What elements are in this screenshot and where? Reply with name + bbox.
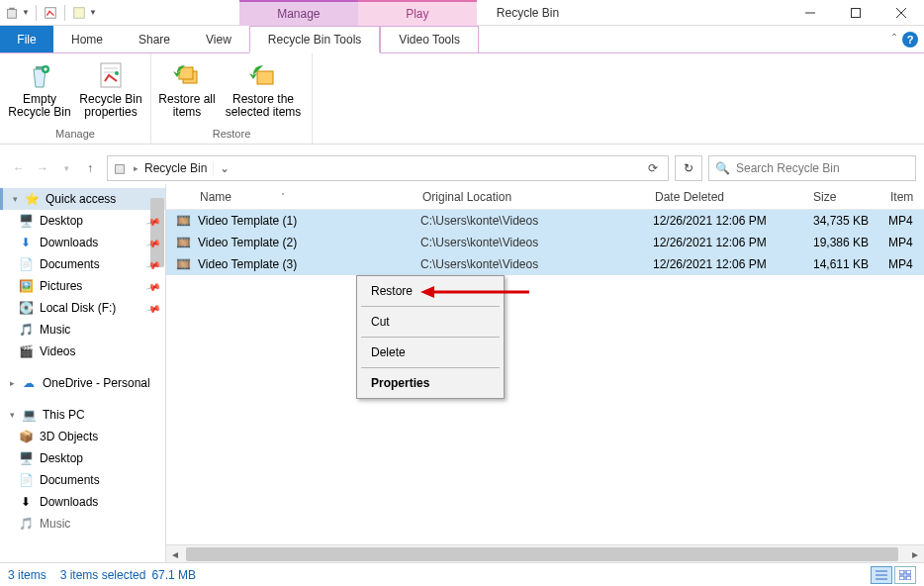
- sidebar-pc-documents[interactable]: 📄Documents: [0, 469, 165, 491]
- col-item-type[interactable]: Item: [884, 190, 924, 204]
- sidebar-label: Local Disk (F:): [40, 301, 116, 315]
- tab-home[interactable]: Home: [53, 26, 121, 52]
- context-cut[interactable]: Cut: [357, 309, 504, 335]
- context-tab-manage[interactable]: Manage: [239, 0, 358, 26]
- nav-recent-dropdown-icon[interactable]: ▾: [55, 157, 77, 179]
- tab-view[interactable]: View: [188, 26, 249, 52]
- address-dropdown-icon[interactable]: ⌄: [213, 161, 235, 175]
- restore-selected-button[interactable]: Restore the selected items: [221, 55, 306, 126]
- sidebar-scrollbar[interactable]: [150, 198, 164, 267]
- empty-recycle-bin-button[interactable]: Empty Recycle Bin: [6, 55, 73, 126]
- chevron-down-icon[interactable]: ▾: [10, 410, 15, 420]
- tab-video-tools[interactable]: Video Tools: [380, 26, 479, 52]
- sidebar-pc-desktop[interactable]: 🖥️Desktop: [0, 447, 165, 469]
- sidebar-music[interactable]: 🎵Music: [0, 319, 165, 341]
- file-row[interactable]: 🎞️ Video Template (2) C:\Users\konte\Vid…: [166, 232, 924, 253]
- chevron-right-icon[interactable]: ▸: [134, 163, 139, 173]
- horizontal-scrollbar[interactable]: ◂ ▸: [166, 544, 924, 562]
- sidebar-quick-access[interactable]: ▾ ⭐ Quick access: [0, 188, 165, 210]
- sidebar-local-disk[interactable]: 💽Local Disk (F:)📌: [0, 297, 165, 319]
- drive-icon: 💽: [18, 300, 34, 316]
- restore-all-button[interactable]: Restore all items: [157, 55, 217, 126]
- navigation-pane[interactable]: ▾ ⭐ Quick access 🖥️Desktop📌 ⬇Downloads📌 …: [0, 184, 166, 562]
- view-thumbnails-button[interactable]: [894, 566, 916, 584]
- menu-separator: [361, 306, 500, 307]
- menu-separator: [361, 367, 500, 368]
- restore-selected-icon: [247, 59, 279, 91]
- sidebar-3d-objects[interactable]: 📦3D Objects: [0, 426, 165, 447]
- file-type: MP4: [882, 257, 922, 271]
- scroll-right-icon[interactable]: ▸: [906, 547, 924, 561]
- chevron-right-icon[interactable]: ▸: [10, 378, 15, 388]
- tab-file[interactable]: File: [0, 26, 53, 52]
- svg-rect-23: [899, 570, 904, 574]
- tab-recycle-bin-tools[interactable]: Recycle Bin Tools: [249, 26, 381, 53]
- sidebar-label: Documents: [40, 473, 100, 487]
- restore-all-icon: [171, 59, 203, 91]
- downloads-icon: ⬇: [18, 235, 34, 250]
- file-type: MP4: [882, 214, 922, 228]
- status-item-count: 3 items: [8, 568, 46, 582]
- help-icon[interactable]: ?: [902, 32, 918, 48]
- sidebar-videos[interactable]: 🎬Videos: [0, 341, 165, 362]
- context-properties[interactable]: Properties: [357, 370, 504, 396]
- sidebar-documents[interactable]: 📄Documents📌: [0, 253, 165, 275]
- file-name: Video Template (2): [192, 236, 415, 249]
- sidebar-pc-music[interactable]: 🎵Music: [0, 513, 165, 535]
- address-bar[interactable]: ▸ Recycle Bin ⌄ ⟳: [107, 155, 669, 181]
- sidebar-pictures[interactable]: 🖼️Pictures📌: [0, 275, 165, 297]
- view-details-button[interactable]: [871, 566, 892, 584]
- videos-icon: 🎬: [18, 343, 34, 359]
- refresh-button[interactable]: ↻: [675, 155, 702, 181]
- col-size[interactable]: Size: [807, 190, 884, 204]
- search-input[interactable]: 🔍 Search Recycle Bin: [708, 155, 916, 181]
- recycle-bin-properties-button[interactable]: Recycle Bin properties: [77, 55, 144, 126]
- nav-forward-button[interactable]: →: [32, 157, 53, 179]
- col-original-location[interactable]: Original Location: [416, 190, 649, 204]
- file-row[interactable]: 🎞️ Video Template (3) C:\Users\konte\Vid…: [166, 253, 924, 275]
- tab-share[interactable]: Share: [121, 26, 188, 52]
- sidebar-this-pc[interactable]: ▾💻This PC: [0, 404, 165, 426]
- status-selected-size: 67.1 MB: [151, 568, 196, 582]
- close-button[interactable]: [878, 0, 924, 26]
- pin-icon: 📌: [145, 300, 161, 316]
- nav-back-button[interactable]: ←: [8, 157, 30, 179]
- breadcrumb-root[interactable]: Recycle Bin: [144, 161, 207, 175]
- maximize-button[interactable]: [833, 0, 878, 26]
- new-folder-qat-icon[interactable]: [71, 5, 87, 21]
- file-type: MP4: [882, 236, 922, 249]
- svg-rect-1: [9, 7, 14, 9]
- minimize-button[interactable]: [787, 0, 833, 26]
- file-row[interactable]: 🎞️ Video Template (1) C:\Users\konte\Vid…: [166, 210, 924, 232]
- file-original-location: C:\Users\konte\Videos: [415, 257, 647, 271]
- nav-up-button[interactable]: ↑: [79, 157, 101, 179]
- scrollbar-thumb[interactable]: [186, 547, 898, 561]
- file-size: 19,386 KB: [805, 236, 882, 249]
- file-date-deleted: 12/26/2021 12:06 PM: [647, 257, 805, 271]
- col-name[interactable]: Name: [200, 190, 231, 204]
- recycle-bin-icon[interactable]: [4, 5, 20, 21]
- file-size: 34,735 KB: [805, 214, 882, 228]
- ribbon-collapse-icon[interactable]: ˆ: [892, 33, 896, 47]
- address-refresh-icon[interactable]: ⟳: [642, 161, 664, 175]
- scroll-left-icon[interactable]: ◂: [166, 547, 184, 561]
- svg-rect-25: [899, 576, 904, 580]
- svg-rect-17: [116, 165, 125, 174]
- sidebar-downloads[interactable]: ⬇Downloads📌: [0, 232, 165, 253]
- properties-qat-icon[interactable]: [43, 5, 58, 21]
- col-date-deleted[interactable]: Date Deleted: [649, 190, 807, 204]
- context-tab-play[interactable]: Play: [358, 0, 477, 26]
- context-delete[interactable]: Delete: [357, 340, 504, 365]
- qat-customize-dropdown-icon[interactable]: ▼: [89, 8, 97, 17]
- sidebar-onedrive[interactable]: ▸☁OneDrive - Personal: [0, 372, 165, 394]
- svg-point-13: [115, 71, 119, 75]
- cloud-icon: ☁: [21, 375, 37, 391]
- svg-rect-3: [74, 7, 85, 18]
- sidebar-pc-downloads[interactable]: ⬇Downloads: [0, 491, 165, 513]
- qat-system-dropdown-icon[interactable]: ▼: [22, 8, 30, 17]
- column-headers[interactable]: Name˄ Original Location Date Deleted Siz…: [166, 184, 924, 210]
- objects3d-icon: 📦: [18, 429, 34, 444]
- sidebar-desktop[interactable]: 🖥️Desktop📌: [0, 210, 165, 232]
- context-restore[interactable]: Restore: [357, 278, 504, 304]
- chevron-down-icon[interactable]: ▾: [13, 194, 18, 204]
